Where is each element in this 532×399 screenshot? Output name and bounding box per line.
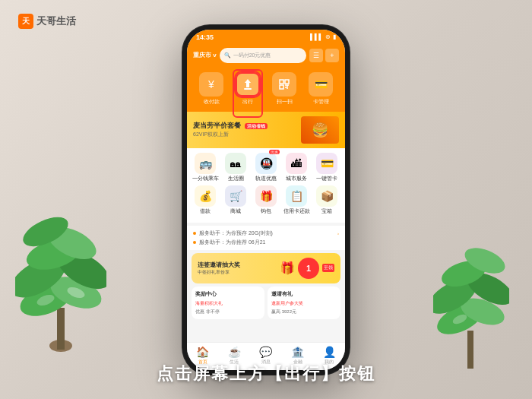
qa-pay[interactable]: ¥ 收付款 (199, 72, 223, 106)
svc-city[interactable]: 🏙 城市服务 (281, 153, 312, 182)
svc-gift-label: 钩包 (261, 208, 271, 215)
invite-card-sub: 邀新用户参大奖 (271, 300, 337, 307)
svc-shop[interactable]: 🛒 商城 (220, 185, 251, 215)
svg-rect-20 (280, 80, 283, 84)
header-row: 重庆市 v 🔍 一码付20元优惠 ☰ + (193, 48, 339, 63)
lottery-img: 🎁 (280, 261, 295, 275)
qa-pay-icon: ¥ (199, 72, 223, 97)
nav-life-icon: ☕ (228, 346, 241, 358)
plant-left (15, 201, 106, 353)
lottery-badge: 至领 (322, 264, 334, 272)
svg-rect-1 (57, 308, 65, 350)
qa-card[interactable]: 💳 卡管理 (309, 72, 333, 106)
svc-transit[interactable]: 🚌 一分钱乘车 (190, 153, 220, 182)
notif-2: 服务助手：为你推荐 06月21 (193, 238, 339, 247)
svc-cardmgr-icon: 💳 (316, 153, 337, 174)
svc-gift-icon: 🎁 (255, 185, 277, 207)
plant-right (433, 232, 509, 369)
banner-text: 麦当劳半价套餐 活动省钱 62VIP权权上新 (193, 121, 268, 138)
location-text[interactable]: 重庆市 v (193, 51, 217, 59)
app-header: 重庆市 v 🔍 一码付20元优惠 ☰ + (187, 45, 345, 69)
lottery-sub: 中签好礼率份享 (198, 269, 240, 276)
banner-title: 麦当劳半价套餐 活动省钱 (193, 121, 268, 131)
phone: 14:35 ▌▌▌ ⊛ ▮ 重庆市 v 🔍 一码付20元优惠 ☰ + (182, 25, 350, 375)
invite-card[interactable]: 邀请有礼 邀新用户参大奖 赢高 3922元 (268, 287, 340, 319)
svc-shop-icon: 🛒 (225, 185, 246, 207)
svg-rect-19 (244, 88, 252, 90)
wifi-icon: ⊛ (325, 33, 331, 40)
svg-rect-22 (280, 85, 283, 89)
svc-metro[interactable]: 🚇 优惠 轨道优惠 (251, 153, 281, 182)
qa-card-label: 卡管理 (313, 98, 329, 106)
quick-actions: ¥ 收付款 出行 (187, 69, 345, 112)
nav-profile-icon: 👤 (323, 346, 336, 358)
qa-scan-label: 扫一扫 (277, 98, 293, 106)
battery-icon: ▮ (333, 33, 336, 40)
lottery-banner[interactable]: 连签邀请抽大奖 中签好礼率份享 🎁 1 至领 (192, 253, 340, 283)
svc-treasure[interactable]: 📦 宝箱 (312, 185, 342, 215)
header-actions: ☰ + (309, 49, 339, 62)
notif-arrow-1[interactable]: › (337, 231, 339, 236)
qa-scan[interactable]: 扫一扫 (272, 72, 296, 106)
svc-city-icon: 🏙 (286, 153, 307, 174)
svc-cardmgr[interactable]: 💳 一键管卡 (312, 153, 342, 182)
header-btn-2[interactable]: + (325, 49, 339, 62)
reward-card-body: 优惠 非不停 (195, 309, 261, 315)
svc-city-label: 城市服务 (286, 176, 307, 182)
watermark-text: 天哥生活 (36, 14, 76, 28)
qa-travel-icon (236, 72, 260, 97)
qa-travel[interactable]: 出行 (236, 72, 260, 106)
qa-scan-icon (272, 72, 296, 97)
search-icon: 🔍 (224, 52, 231, 59)
lottery-title: 连签邀请抽大奖 (198, 261, 240, 269)
lottery-text: 连签邀请抽大奖 中签好礼率份享 (198, 261, 240, 276)
nav-msg-icon: 💬 (259, 346, 272, 358)
watermark-icon: 天 (18, 14, 33, 29)
search-placeholder: 一码付20元优惠 (233, 52, 271, 59)
svc-life[interactable]: 🏘 生活圈 (220, 153, 251, 182)
lottery-right: 🎁 1 至领 (280, 258, 334, 279)
svc-gift[interactable]: 🎁 钩包 (251, 185, 281, 215)
svc-loan-icon: 💰 (195, 185, 216, 207)
header-btn-1[interactable]: ☰ (309, 49, 323, 62)
svc-loan[interactable]: 💰 借款 (190, 185, 220, 215)
promo-banner[interactable]: 麦当劳半价套餐 活动省钱 62VIP权权上新 🍔 (187, 112, 345, 148)
reward-card-title: 奖励中心 (195, 290, 261, 298)
qa-pay-label: 收付款 (204, 98, 220, 106)
svc-repay[interactable]: 📋 信用卡还款 (281, 185, 312, 215)
notif-text-2: 服务助手：为你推荐 06月21 (199, 239, 266, 246)
watermark: 天 天哥生活 (18, 14, 76, 29)
status-bar: 14:35 ▌▌▌ ⊛ ▮ (187, 30, 345, 45)
nav-home-icon: 🏠 (196, 346, 209, 358)
bottom-caption: 点击屏幕上方【出行】按钮 (0, 363, 532, 385)
search-bar[interactable]: 🔍 一码付20元优惠 (220, 48, 306, 63)
notif-text-1: 服务助手：为你预存 20G(时刻) (199, 230, 273, 237)
status-icons: ▌▌▌ ⊛ ▮ (310, 33, 336, 40)
banner-badge: 活动省钱 (245, 123, 268, 129)
nav-finance-icon: 🏦 (291, 346, 304, 358)
svc-treasure-label: 宝箱 (321, 208, 332, 215)
notif-dot-1 (193, 232, 196, 235)
bottom-cards: 奖励中心 海量积积大礼 优惠 非不停 邀请有礼 邀新用户参大奖 赢高 3922元 (192, 287, 340, 319)
notif-dot-2 (193, 241, 196, 244)
svg-rect-21 (285, 80, 289, 84)
svc-life-icon: 🏘 (225, 153, 246, 174)
lottery-num-text: 1 (306, 264, 311, 273)
reward-card[interactable]: 奖励中心 海量积积大礼 优惠 非不停 (192, 287, 264, 319)
qa-card-icon: 💳 (309, 72, 333, 97)
notif-1: 服务助手：为你预存 20G(时刻) › (193, 229, 339, 238)
svc-metro-icon: 🚇 优惠 (255, 153, 277, 174)
notifications: 服务助手：为你预存 20G(时刻) › 服务助手：为你推荐 06月21 (187, 226, 345, 250)
svc-transit-icon: 🚌 (195, 153, 216, 174)
svc-repay-label: 信用卡还款 (283, 208, 310, 215)
signal-icon: ▌▌▌ (310, 33, 323, 40)
banner-sub: 62VIP权权上新 (193, 131, 268, 138)
invite-card-body: 赢高 3922元 (271, 309, 337, 315)
svc-loan-label: 借款 (200, 208, 211, 215)
svc-transit-label: 一分钱乘车 (192, 176, 219, 182)
banner-image: 🍔 (301, 116, 339, 144)
phone-screen: 14:35 ▌▌▌ ⊛ ▮ 重庆市 v 🔍 一码付20元优惠 ☰ + (187, 30, 345, 370)
reward-card-sub: 海量积积大礼 (195, 300, 261, 307)
lottery-number: 1 (298, 258, 319, 279)
services-grid: 🚌 一分钱乘车 🏘 生活圈 🚇 优惠 轨道优惠 🏙 城市服务 (187, 148, 345, 223)
